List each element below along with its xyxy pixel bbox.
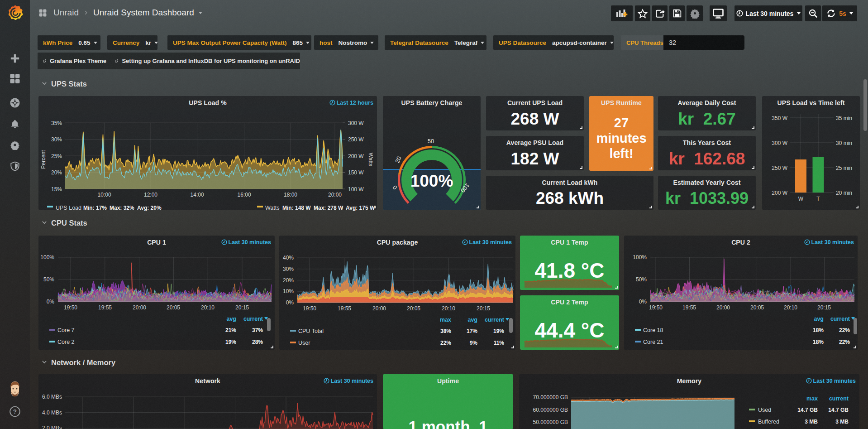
svg-text:20:05: 20:05 [407,305,420,312]
svg-text:0%: 0% [639,299,647,305]
svg-text:19:50: 19:50 [303,305,316,312]
svg-text:current: current [243,316,263,322]
svg-text:Core 2: Core 2 [57,339,75,345]
svg-text:200 W: 200 W [772,190,787,196]
svg-text:20:10: 20:10 [201,304,215,311]
svg-text:6.0 MBs: 6.0 MBs [42,394,62,400]
svg-text:3 MB: 3 MB [835,419,849,425]
svg-text:14.7 GB: 14.7 GB [828,407,849,413]
svg-text:max: max [440,317,451,323]
svg-text:10:00: 10:00 [98,192,111,198]
svg-text:15%: 15% [51,186,62,193]
svg-text:20 min: 20 min [836,190,852,196]
svg-text:19:55: 19:55 [338,305,351,312]
svg-text:T: T [816,196,820,202]
svg-text:22%: 22% [839,327,850,333]
svg-text:0%: 0% [286,299,294,306]
svg-text:300 W: 300 W [348,120,364,126]
svg-text:19:55: 19:55 [98,304,112,311]
svg-text:Max: 32%: Max: 32% [110,205,134,211]
svg-text:max: max [806,395,818,402]
svg-text:20%: 20% [283,277,294,284]
svg-text:19:50: 19:50 [64,304,77,311]
svg-text:Used: Used [758,407,771,413]
svg-text:60.000000 GB: 60.000000 GB [533,407,568,413]
svg-text:20:15: 20:15 [235,304,249,311]
svg-text:UPS Load: UPS Load [56,205,81,211]
svg-text:16:00: 16:00 [238,192,251,198]
svg-text:38%: 38% [440,328,451,334]
svg-text:20:00: 20:00 [328,192,342,198]
svg-text:CPU Total: CPU Total [298,328,324,334]
svg-text:current: current [830,316,850,322]
svg-text:70.000000 GB: 70.000000 GB [533,394,568,400]
svg-text:100%: 100% [633,254,647,260]
svg-text:avg: avg [814,316,824,322]
svg-text:2.0 MBs: 2.0 MBs [42,425,62,429]
svg-text:17%: 17% [467,328,477,334]
svg-text:9%: 9% [470,340,478,346]
svg-text:22%: 22% [440,340,451,346]
svg-text:Core 7: Core 7 [57,327,75,333]
svg-text:3 MB: 3 MB [805,419,818,425]
svg-text:50%: 50% [43,276,54,283]
svg-text:200 W: 200 W [348,153,364,159]
svg-text:avg: avg [467,317,477,323]
svg-text:14:00: 14:00 [191,192,204,198]
svg-text:current: current [829,395,849,402]
svg-text:Core 21: Core 21 [643,339,663,345]
svg-text:19:50: 19:50 [649,304,663,311]
svg-text:30 min: 30 min [836,140,852,146]
svg-text:37%: 37% [252,327,263,333]
svg-text:18:00: 18:00 [284,192,297,198]
svg-text:Core 18: Core 18 [643,327,663,333]
svg-text:20:15: 20:15 [817,304,831,311]
svg-text:avg: avg [226,316,236,322]
svg-text:20:00: 20:00 [716,304,730,311]
svg-text:Avg: 175 W: Avg: 175 W [346,205,375,211]
svg-text:Watts: Watts [265,205,279,211]
svg-text:20:05: 20:05 [167,304,180,311]
svg-text:25%: 25% [51,153,62,159]
svg-text:0%: 0% [47,299,55,305]
svg-text:User: User [298,340,310,346]
svg-text:10%: 10% [283,288,294,294]
svg-text:Min: 148 W: Min: 148 W [282,205,311,211]
svg-text:W: W [798,196,804,202]
svg-text:Min: 17%: Min: 17% [83,205,107,211]
svg-text:100%: 100% [410,172,453,190]
svg-text:21%: 21% [225,327,236,333]
svg-text:20:10: 20:10 [442,305,455,312]
svg-text:?: ? [13,408,17,415]
svg-text:30%: 30% [51,136,62,143]
svg-text:current: current [485,317,505,323]
svg-text:20:15: 20:15 [477,305,490,312]
svg-text:19%: 19% [225,339,236,345]
svg-text:100 W: 100 W [348,186,364,193]
svg-text:12:00: 12:00 [144,192,157,198]
svg-text:28%: 28% [252,339,263,345]
svg-text:250 W: 250 W [772,165,787,171]
svg-text:350 W: 350 W [772,115,787,121]
svg-text:20:00: 20:00 [133,304,146,311]
svg-text:Max: 278 W: Max: 278 W [314,205,343,211]
svg-text:4.0 MBs: 4.0 MBs [42,410,62,416]
svg-text:150 W: 150 W [348,169,364,176]
svg-text:18%: 18% [813,327,824,333]
svg-text:50.000000 GB: 50.000000 GB [533,419,568,425]
svg-text:14.7 GB: 14.7 GB [797,407,818,413]
svg-text:Avg: 20%: Avg: 20% [137,205,162,211]
svg-text:20:05: 20:05 [750,304,764,311]
svg-text:20%: 20% [51,169,62,176]
svg-text:300 W: 300 W [772,140,787,146]
svg-text:Buffered: Buffered [758,419,779,425]
svg-text:20: 20 [394,155,402,164]
svg-text:20:10: 20:10 [784,304,797,311]
svg-text:35%: 35% [51,120,62,126]
svg-text:40%: 40% [283,255,294,261]
svg-text:Percent: Percent [40,150,47,169]
svg-text:50%: 50% [636,276,647,283]
svg-text:19:55: 19:55 [682,304,696,311]
svg-text:30%: 30% [283,266,294,272]
svg-text:100%: 100% [40,254,54,260]
